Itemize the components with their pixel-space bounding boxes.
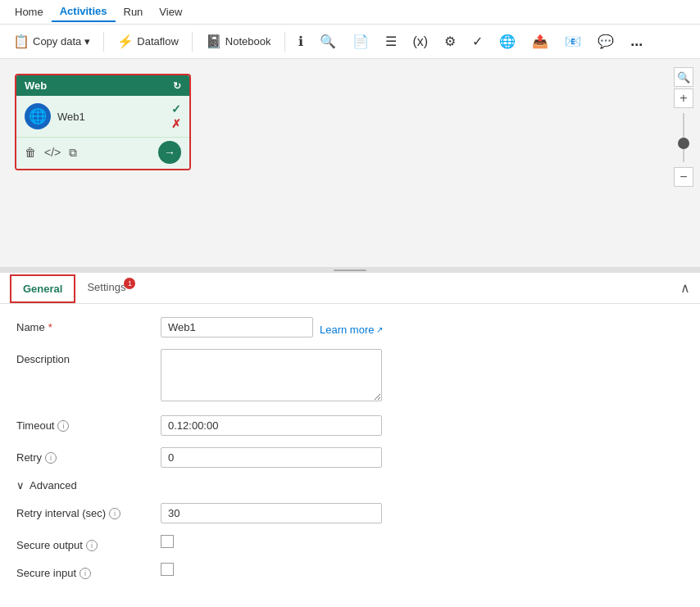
activity-node[interactable]: Web ↻ 🌐 Web1 ✓ ✗ 🗑 </> ⧉ → xyxy=(15,74,191,170)
secure-output-form-row: Secure output i xyxy=(16,535,684,551)
code-icon[interactable]: </> xyxy=(44,146,61,160)
zoom-controls: 🔍 + − xyxy=(674,67,693,187)
teams-icon-button[interactable]: 💬 xyxy=(591,30,620,52)
menu-item-view[interactable]: View xyxy=(151,2,190,21)
timeout-control-wrap xyxy=(161,415,382,436)
toolbar-separator-2 xyxy=(192,32,193,52)
copy-data-chevron-icon: ▾ xyxy=(84,35,90,48)
secure-input-label: Secure input i xyxy=(16,563,148,579)
copy-icon[interactable]: ⧉ xyxy=(69,146,77,160)
node-status: ✓ ✗ xyxy=(171,102,181,130)
external-link-icon: ↗ xyxy=(376,325,383,334)
tabs-row: General Settings 1 xyxy=(10,274,137,302)
dataflow-button[interactable]: ⚡ Dataflow xyxy=(111,30,185,52)
node-header: Web ↻ xyxy=(16,75,189,96)
info-button[interactable]: ℹ xyxy=(292,30,310,52)
properties-panel: General Settings 1 ∧ Name * Learn more ↗ xyxy=(0,273,700,607)
variable-icon-button[interactable]: (x) xyxy=(407,31,435,52)
retry-control-wrap xyxy=(161,447,382,468)
pipeline-icon-button[interactable]: ⚙ xyxy=(438,30,462,52)
retry-label: Retry i xyxy=(16,447,148,464)
retry-interval-control-wrap xyxy=(161,503,382,523)
menu-item-activities[interactable]: Activities xyxy=(52,2,116,22)
timeout-form-row: Timeout i xyxy=(16,415,684,436)
outlook-icon-button[interactable]: 📧 xyxy=(558,30,588,52)
secure-input-checkbox[interactable] xyxy=(161,563,174,576)
menu-item-home[interactable]: Home xyxy=(7,2,52,21)
node-header-title: Web xyxy=(25,79,47,92)
retry-interval-input[interactable] xyxy=(161,503,382,523)
table-icon-button[interactable]: 📄 xyxy=(346,30,375,52)
zoom-slider-track[interactable] xyxy=(683,113,684,162)
timeout-input[interactable] xyxy=(161,415,382,436)
tab-settings[interactable]: Settings 1 xyxy=(75,274,137,301)
timeout-info-icon[interactable]: i xyxy=(57,420,69,432)
notebook-icon: 📓 xyxy=(206,34,222,49)
canvas-area: Web ↻ 🌐 Web1 ✓ ✗ 🗑 </> ⧉ → 🔍 + xyxy=(0,59,700,268)
secure-output-control-wrap xyxy=(161,535,382,548)
retry-interval-form-row: Retry interval (sec) i xyxy=(16,503,684,523)
retry-input[interactable] xyxy=(161,447,382,468)
secure-output-info-icon[interactable]: i xyxy=(86,540,98,551)
secure-output-label: Secure output i xyxy=(16,535,148,551)
dataflow-icon: ⚡ xyxy=(117,34,134,49)
toolbar: 📋 Copy data ▾ ⚡ Dataflow 📓 Notebook ℹ 🔍 … xyxy=(0,25,700,59)
retry-interval-label: Retry interval (sec) i xyxy=(16,503,148,519)
collapse-button[interactable]: ∧ xyxy=(680,280,690,296)
secure-input-form-row: Secure input i xyxy=(16,563,684,579)
web-globe-icon: 🌐 xyxy=(25,103,51,129)
name-form-row: Name * Learn more ↗ xyxy=(16,317,684,337)
retry-form-row: Retry i xyxy=(16,447,684,468)
advanced-toggle[interactable]: ∨ Advanced xyxy=(16,479,684,491)
zoom-search-button[interactable]: 🔍 xyxy=(674,67,693,87)
properties-header: General Settings 1 ∧ xyxy=(0,273,700,304)
form-area: Name * Learn more ↗ Description xyxy=(0,304,700,607)
copy-data-button[interactable]: 📋 Copy data ▾ xyxy=(7,30,97,52)
globe-icon-button[interactable]: 🌐 xyxy=(493,30,522,52)
node-toolbar: 🗑 </> ⧉ → xyxy=(16,137,189,169)
description-control-wrap xyxy=(161,349,382,404)
splitter-line xyxy=(334,270,366,271)
timeout-label: Timeout i xyxy=(16,415,148,432)
zoom-in-button[interactable]: + xyxy=(674,88,693,108)
description-form-row: Description xyxy=(16,349,684,404)
name-control-wrap xyxy=(161,317,313,337)
zoom-slider-thumb[interactable] xyxy=(678,138,689,149)
search-button[interactable]: 🔍 xyxy=(313,30,343,52)
publish-icon-button[interactable]: 📤 xyxy=(525,30,555,52)
more-button[interactable]: ... xyxy=(624,29,649,53)
secure-output-checkbox[interactable] xyxy=(161,535,174,548)
toolbar-separator-3 xyxy=(284,32,285,52)
name-required-marker: * xyxy=(48,321,52,333)
learn-more-link[interactable]: Learn more ↗ xyxy=(320,324,383,336)
tab-general[interactable]: General xyxy=(10,274,75,303)
name-label: Name * xyxy=(16,317,148,333)
secure-input-control-wrap xyxy=(161,563,382,576)
description-label: Description xyxy=(16,349,148,365)
zoom-out-button[interactable]: − xyxy=(674,167,693,187)
retry-interval-info-icon[interactable]: i xyxy=(109,508,120,519)
menu-item-run[interactable]: Run xyxy=(116,2,152,21)
secure-input-info-icon[interactable]: i xyxy=(80,568,91,579)
advanced-chevron-icon: ∨ xyxy=(16,479,25,491)
retry-info-icon[interactable]: i xyxy=(45,452,57,464)
validate-icon-button[interactable]: ✓ xyxy=(466,30,489,52)
copy-data-icon: 📋 xyxy=(13,34,30,49)
delete-icon[interactable]: 🗑 xyxy=(25,146,36,160)
node-title-row: 🌐 Web1 xyxy=(25,103,85,129)
node-body: 🌐 Web1 ✓ ✗ xyxy=(16,96,189,137)
node-name-label: Web1 xyxy=(57,111,85,123)
toolbar-separator-1 xyxy=(103,32,104,52)
node-refresh-icon: ↻ xyxy=(173,80,181,92)
status-x-icon: ✗ xyxy=(171,117,181,130)
node-toolbar-left: 🗑 </> ⧉ xyxy=(25,146,77,160)
list-icon-button[interactable]: ☰ xyxy=(379,30,403,52)
node-arrow-button[interactable]: → xyxy=(158,141,181,164)
menu-bar: Home Activities Run View xyxy=(0,0,700,25)
name-input-area: Learn more ↗ xyxy=(161,317,383,337)
settings-tab-badge: 1 xyxy=(124,278,135,289)
status-check-icon: ✓ xyxy=(171,102,181,116)
description-textarea[interactable] xyxy=(161,349,382,401)
name-input[interactable] xyxy=(161,317,313,337)
notebook-button[interactable]: 📓 Notebook xyxy=(199,30,278,52)
